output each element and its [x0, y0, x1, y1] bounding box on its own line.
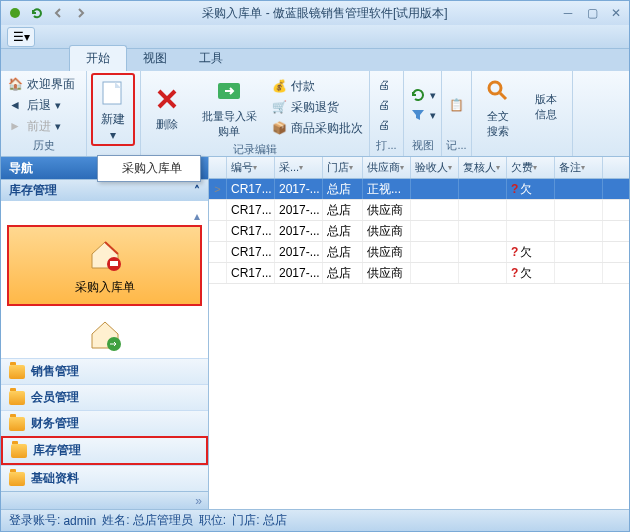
- cell: [459, 242, 507, 262]
- cell: 正视...: [363, 179, 411, 199]
- print-setup-button[interactable]: 🖨: [374, 116, 394, 134]
- qb-list-icon[interactable]: ☰▾: [7, 27, 35, 47]
- col-5[interactable]: 复核人 ▾: [459, 157, 507, 178]
- forward-icon[interactable]: [71, 3, 91, 23]
- col-2[interactable]: 门店 ▾: [323, 157, 363, 178]
- table-row[interactable]: >CR17...2017-...总店正视...?欠: [209, 179, 629, 200]
- data-grid: 编号 ▾采... ▾门店 ▾供应商 ▾验收人 ▾复核人 ▾欠费 ▾备注 ▾ >C…: [209, 157, 629, 509]
- sidebar-section-inventory[interactable]: 库存管理˄: [1, 179, 208, 201]
- dropdown-item-purchase-in[interactable]: 采购入库单: [98, 156, 200, 181]
- cell: [411, 179, 459, 199]
- minimize-button[interactable]: ─: [559, 6, 577, 20]
- group-history: 历史: [5, 137, 82, 154]
- sidebar-nav-inventory[interactable]: 库存管理: [1, 436, 208, 465]
- sidebar-nav-finance[interactable]: 财务管理: [1, 410, 208, 436]
- fulltext-search-button[interactable]: 全文搜索: [476, 73, 520, 141]
- ribbon: 🏠欢迎界面 ◄后退 ▾ ►前进 ▾ 历史 新建▾ 删除: [1, 71, 629, 157]
- log-button[interactable]: 📋: [446, 96, 466, 114]
- col-4[interactable]: 验收人 ▾: [411, 157, 459, 178]
- cell: 供应商: [363, 200, 411, 220]
- titlebar: 采购入库单 - 傲蓝眼镜销售管理软件[试用版本] ─ ▢ ✕: [1, 1, 629, 25]
- cell: 2017-...: [275, 221, 323, 241]
- cell: 总店: [323, 242, 363, 262]
- sidebar-nav-member[interactable]: 会员管理: [1, 384, 208, 410]
- new-button[interactable]: 新建▾: [91, 73, 135, 146]
- close-button[interactable]: ✕: [607, 6, 625, 20]
- sidebar-item-next[interactable]: [7, 312, 202, 358]
- back-icon[interactable]: [49, 3, 69, 23]
- row-handle: [209, 242, 227, 262]
- folder-icon: [9, 365, 25, 379]
- print-preview-button[interactable]: 🖨: [374, 96, 394, 114]
- grid-header: 编号 ▾采... ▾门店 ▾供应商 ▾验收人 ▾复核人 ▾欠费 ▾备注 ▾: [209, 157, 629, 179]
- cell: [459, 179, 507, 199]
- svg-point-3: [489, 82, 501, 94]
- refresh-button[interactable]: ▾: [408, 86, 438, 104]
- col-1[interactable]: 采... ▾: [275, 157, 323, 178]
- sidebar-item-purchase-in[interactable]: 采购入库单: [7, 225, 202, 306]
- statusbar: 登录账号: admin 姓名: 总店管理员 职位: 门店: 总店: [1, 509, 629, 531]
- tab-tools[interactable]: 工具: [183, 46, 239, 71]
- scroll-up-icon[interactable]: ▴: [7, 207, 202, 225]
- cell: 2017-...: [275, 200, 323, 220]
- cell: 总店: [323, 221, 363, 241]
- back-button[interactable]: ◄后退 ▾: [5, 96, 77, 115]
- col-7[interactable]: 备注 ▾: [555, 157, 603, 178]
- cell: [507, 221, 555, 241]
- table-row[interactable]: CR17...2017-...总店供应商: [209, 221, 629, 242]
- cell: ?欠: [507, 242, 555, 262]
- tab-start[interactable]: 开始: [69, 45, 127, 71]
- purchase-return-button[interactable]: 🛒采购退货: [269, 98, 365, 117]
- cell: [411, 263, 459, 283]
- row-handle: >: [209, 179, 227, 199]
- col-3[interactable]: 供应商 ▾: [363, 157, 411, 178]
- filter-button[interactable]: ▾: [408, 106, 438, 124]
- print-button[interactable]: 🖨: [374, 76, 394, 94]
- sidebar-footer-chevron[interactable]: »: [1, 491, 208, 509]
- cell: ?欠: [507, 179, 555, 199]
- col-6[interactable]: 欠费 ▾: [507, 157, 555, 178]
- version-info-button[interactable]: 版本信息: [524, 90, 568, 124]
- cell: [555, 179, 603, 199]
- sidebar-nav-basic[interactable]: 基础资料: [1, 465, 208, 491]
- sidebar-item-label: 采购入库单: [17, 279, 192, 296]
- tab-view[interactable]: 视图: [127, 46, 183, 71]
- cell: 供应商: [363, 242, 411, 262]
- cell: 总店: [323, 179, 363, 199]
- refresh-icon[interactable]: [27, 3, 47, 23]
- cell: CR17...: [227, 200, 275, 220]
- table-row[interactable]: CR17...2017-...总店供应商?欠: [209, 263, 629, 284]
- group-log: 记...: [446, 137, 467, 154]
- cell: [507, 200, 555, 220]
- sidebar-nav-sales[interactable]: 销售管理: [1, 358, 208, 384]
- printer3-icon: 🖨: [376, 117, 392, 133]
- house-return-icon: [11, 316, 198, 357]
- svg-rect-5: [110, 261, 118, 266]
- app-menu-button[interactable]: [5, 3, 25, 23]
- table-row[interactable]: CR17...2017-...总店供应商?欠: [209, 242, 629, 263]
- window-title: 采购入库单 - 傲蓝眼镜销售管理软件[试用版本]: [91, 5, 559, 22]
- new-dropdown-menu: 采购入库单: [97, 155, 201, 182]
- cell: [555, 221, 603, 241]
- owe-icon: ?: [511, 182, 518, 196]
- cell: CR17...: [227, 242, 275, 262]
- quick-access-toolbar: [5, 3, 91, 23]
- cell: [411, 242, 459, 262]
- cart-return-icon: 🛒: [271, 99, 287, 115]
- col-0[interactable]: 编号 ▾: [227, 157, 275, 178]
- purchase-batch-button[interactable]: 📦商品采购批次: [269, 119, 365, 138]
- sidebar: 导航« 库存管理˄ ▴ 采购入库单 ▾ 销售管理 会员管理 财务管理 库存管理 …: [1, 157, 209, 509]
- table-row[interactable]: CR17...2017-...总店供应商: [209, 200, 629, 221]
- maximize-button[interactable]: ▢: [583, 6, 601, 20]
- forward-button[interactable]: ►前进 ▾: [5, 117, 77, 136]
- cell: [555, 200, 603, 220]
- cell: [459, 200, 507, 220]
- welcome-button[interactable]: 🏠欢迎界面: [5, 75, 77, 94]
- pay-button[interactable]: 💰付款: [269, 77, 365, 96]
- back-arrow-icon: ◄: [7, 97, 23, 113]
- batch-import-button[interactable]: 批量导入采购单: [193, 73, 265, 141]
- home-icon: 🏠: [7, 76, 23, 92]
- row-handle-col: [209, 157, 227, 178]
- owe-icon: ?: [511, 245, 518, 259]
- delete-button[interactable]: 删除: [145, 81, 189, 134]
